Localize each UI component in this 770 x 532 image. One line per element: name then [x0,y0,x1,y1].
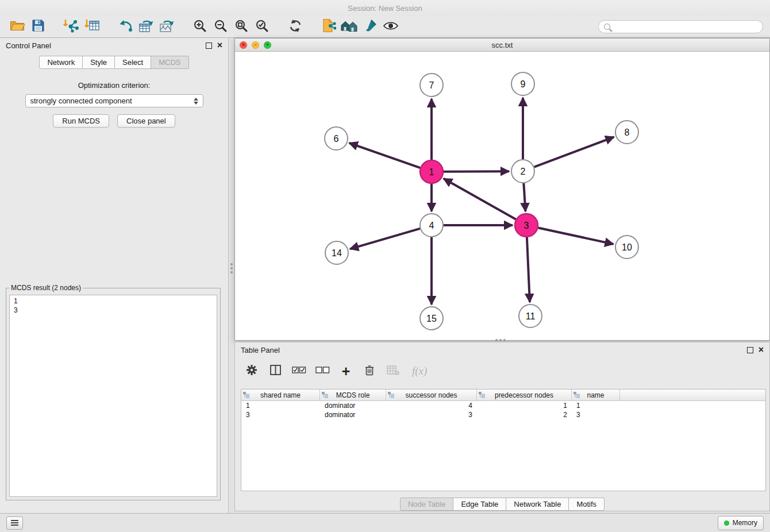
search-box[interactable] [598,20,763,33]
sort-icon [243,392,249,398]
edge-4-14[interactable] [350,229,420,249]
document-network-icon [321,18,336,35]
table-settings-button[interactable] [245,364,259,378]
new-network-from-selection-button[interactable] [318,18,339,36]
maximize-window-button[interactable]: + [264,41,271,49]
optimization-value: strongly connected component [30,97,132,105]
float-table-panel-icon[interactable] [747,347,753,353]
export-image-button[interactable] [156,18,177,36]
cell-name: 1 [572,402,620,410]
table-body: 1dominator4113dominator323 [241,401,765,419]
tab-network-table[interactable]: Network Table [506,498,569,511]
plus-glyph: + [266,43,269,48]
show-columns-button[interactable] [268,364,282,378]
sort-icon [479,392,485,398]
search-input[interactable] [614,22,757,32]
add-column-button[interactable]: + [339,364,353,378]
home-button[interactable] [339,18,360,36]
memory-button[interactable]: Memory [718,516,764,530]
plus-icon: + [342,364,351,379]
column-header-MCDS-role[interactable]: MCDS role [320,390,386,400]
network-svg[interactable]: 7968124314101511 [235,52,769,341]
apply-style-button[interactable] [360,18,380,36]
result-line: 3 [14,306,213,315]
node-label: 6 [334,134,339,144]
node-6[interactable]: 6 [325,127,348,150]
close-panel-icon[interactable]: × [217,41,222,50]
tab-node-table[interactable]: Node Table [400,498,454,511]
window-title: Session: New Session [348,4,422,13]
edge-3-1[interactable] [444,179,516,219]
edge-2-8[interactable] [534,137,614,167]
node-4[interactable]: 4 [420,214,443,237]
horizontal-splitter-handle[interactable] [495,339,498,341]
float-panel-icon[interactable] [206,43,212,49]
tab-style[interactable]: Style [83,56,115,69]
edge-2-3[interactable] [523,183,525,211]
zoom-out-button[interactable] [210,18,231,36]
tab-select[interactable]: Select [115,56,151,69]
cell-MCDS-role: dominator [320,402,386,410]
column-header-predecessor-nodes[interactable]: predecessor nodes [477,390,572,400]
refresh-layout-button[interactable] [285,18,306,36]
edge-1-2[interactable] [444,171,509,172]
node-10[interactable]: 10 [615,236,638,259]
edge-3-10[interactable] [538,228,614,244]
save-session-button[interactable] [28,18,48,36]
node-label: 1 [429,167,434,177]
open-session-button[interactable] [7,18,28,36]
table-row[interactable]: 1dominator411 [241,401,765,410]
optimization-select[interactable]: strongly connected component [25,94,203,107]
empty-boxes-icon [315,365,330,377]
node-label: 9 [521,79,526,89]
node-14[interactable]: 14 [325,241,348,264]
node-9[interactable]: 9 [511,72,534,95]
import-network-file-button[interactable] [61,18,82,36]
clone-network-button[interactable] [115,18,136,36]
task-history-button[interactable] [6,516,23,530]
node-1[interactable]: 1 [420,160,443,183]
node-label: 7 [429,80,434,90]
node-8[interactable]: 8 [615,121,638,144]
node-11[interactable]: 11 [519,304,542,327]
memory-label: Memory [733,519,757,527]
import-table-file-button[interactable] [82,18,102,36]
vertical-splitter-handle[interactable] [230,263,233,265]
tab-mcds[interactable]: MCDS [151,56,188,69]
show-hide-button[interactable] [380,18,401,36]
node-3[interactable]: 3 [515,214,538,237]
mcds-result-fieldset: MCDS result (2 nodes) 13 [6,284,221,500]
node-15[interactable]: 15 [420,307,443,330]
close-window-button[interactable]: × [240,41,247,49]
close-panel-button[interactable]: Close panel [117,114,175,128]
delete-column-button[interactable] [363,364,376,378]
export-table-button[interactable] [136,18,156,36]
node-label: 14 [332,248,342,258]
mcds-result-box[interactable]: 13 [9,295,217,497]
column-header-shared-name[interactable]: shared name [241,390,320,400]
run-mcds-button[interactable]: Run MCDS [53,114,109,128]
tab-motifs[interactable]: Motifs [569,498,605,511]
close-table-panel-icon[interactable]: × [759,345,764,354]
zoom-fit-button[interactable] [231,18,252,36]
zoom-selected-button[interactable] [252,18,272,36]
node-2[interactable]: 2 [511,160,534,183]
table-row[interactable]: 3dominator323 [241,410,765,419]
minimize-window-button[interactable]: − [252,41,259,49]
main-toolbar [0,16,770,38]
minimize-glyph: − [254,43,257,48]
column-header-name[interactable]: name [572,390,620,400]
column-header-successor-nodes[interactable]: successor nodes [386,390,477,400]
zoom-in-button[interactable] [190,18,210,36]
network-window: × − + scc.txt 7968124314101511 [234,38,770,341]
window-titlebar: Session: New Session [0,0,770,16]
select-all-button[interactable] [292,364,306,378]
cell-MCDS-role: dominator [320,411,386,419]
deselect-all-button[interactable] [315,364,329,378]
tab-edge-table[interactable]: Edge Table [453,498,506,511]
tab-network[interactable]: Network [39,56,83,69]
node-7[interactable]: 7 [420,74,443,97]
status-bar: Memory [0,513,770,532]
edge-3-11[interactable] [527,237,530,302]
edge-1-6[interactable] [349,143,421,168]
